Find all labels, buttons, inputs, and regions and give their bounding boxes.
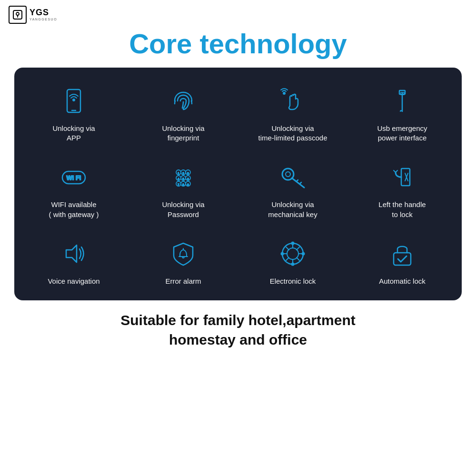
svg-point-6 — [283, 92, 285, 94]
main-title: Core technology — [129, 29, 347, 59]
circuit-icon — [276, 237, 310, 271]
svg-line-51 — [297, 258, 299, 260]
svg-marker-39 — [66, 245, 77, 262]
shield-bell-icon — [166, 237, 200, 271]
svg-line-48 — [297, 247, 299, 250]
svg-rect-0 — [13, 10, 22, 19]
bottom-text: Suitable for family hotel,apartmenthomes… — [120, 311, 355, 349]
svg-line-35 — [300, 182, 301, 184]
feature-voice-nav: Voice navigation — [19, 229, 129, 296]
feature-fingerprint-label: Unlocking viafingerprint — [162, 124, 204, 143]
svg-text:Wi Fi: Wi Fi — [67, 174, 81, 181]
handle-icon — [385, 160, 419, 194]
feature-usb-label: Usb emergencypower interface — [377, 124, 427, 143]
touch-gesture-icon — [276, 84, 310, 118]
key-icon — [276, 160, 310, 194]
feature-wifi-label: WIFI available( with gateway ) — [49, 200, 99, 219]
svg-point-5 — [73, 99, 75, 101]
feature-usb-power: Usb emergencypower interface — [347, 76, 457, 153]
svg-point-54 — [292, 263, 294, 265]
feature-electronic-label: Electronic lock — [270, 277, 316, 286]
svg-line-50 — [286, 247, 289, 250]
speaker-icon — [57, 237, 91, 271]
logo: YGS YANGGESUO — [9, 6, 57, 24]
svg-point-52 — [292, 242, 294, 244]
feature-alarm-label: Error alarm — [165, 277, 201, 286]
feature-auto-lock: Automatic lock — [347, 229, 457, 296]
numpad-icon: 1 2 3 4 5 6 7 8 9 — [166, 160, 200, 194]
feature-auto-label: Automatic lock — [379, 277, 426, 286]
wifi-badge-icon: Wi Fi — [57, 160, 91, 194]
svg-point-32 — [286, 172, 290, 177]
fingerprint-icon — [166, 84, 200, 118]
feature-error-alarm: Error alarm — [129, 229, 238, 296]
feature-handle-label: Left the handleto lock — [378, 200, 426, 219]
feature-app-label: Unlocking viaAPP — [52, 124, 95, 143]
logo-sub-label: YANGGESUO — [30, 18, 57, 21]
svg-line-49 — [286, 258, 289, 260]
feature-app-unlock: Unlocking viaAPP — [19, 76, 129, 153]
logo-text: YGS YANGGESUO — [30, 8, 57, 21]
logo-icon — [9, 6, 27, 24]
feature-passcode-unlock: Unlocking viatime-limited passcode — [238, 76, 347, 153]
features-panel: Unlocking viaAPP Unlocking viafingerprin… — [14, 68, 462, 300]
svg-rect-56 — [394, 253, 411, 265]
feature-password-unlock: 1 2 3 4 5 6 7 8 9 Unlocking viaPassword — [129, 152, 238, 229]
svg-rect-36 — [401, 169, 410, 186]
feature-electronic-lock: Electronic lock — [238, 229, 347, 296]
padlock-check-icon — [385, 237, 419, 271]
feature-wifi: Wi Fi WIFI available( with gateway ) — [19, 152, 129, 229]
feature-password-label: Unlocking viaPassword — [162, 200, 204, 219]
feature-voice-label: Voice navigation — [48, 277, 99, 286]
svg-point-55 — [281, 252, 284, 255]
usb-icon — [385, 84, 419, 118]
feature-fingerprint-unlock: Unlocking viafingerprint — [129, 76, 238, 153]
feature-passcode-label: Unlocking viatime-limited passcode — [258, 124, 327, 143]
feature-handle-lock: Left the handleto lock — [347, 152, 457, 229]
svg-rect-9 — [403, 92, 404, 95]
feature-key-label: Unlocking viamechanical key — [268, 200, 317, 219]
svg-point-53 — [302, 252, 305, 255]
phone-wifi-icon — [57, 84, 91, 118]
logo-ygs-label: YGS — [30, 8, 57, 18]
feature-key-unlock: Unlocking viamechanical key — [238, 152, 347, 229]
svg-line-34 — [297, 180, 298, 181]
